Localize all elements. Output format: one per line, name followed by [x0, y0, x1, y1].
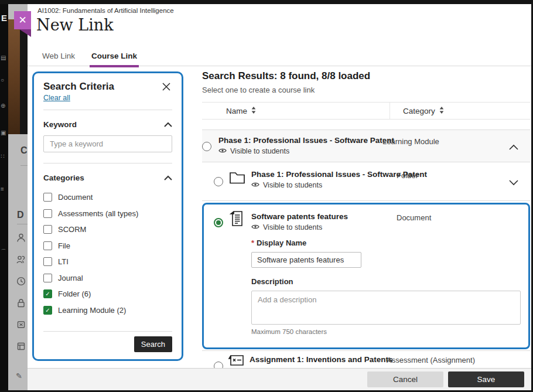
display-name-label: *Display Name: [251, 238, 521, 247]
checkbox-box-checked: ✓: [43, 289, 52, 298]
categories-label: Categories: [43, 173, 84, 182]
document-icon: [229, 210, 244, 229]
checkbox-journal[interactable]: Journal: [43, 270, 172, 287]
radio-selected[interactable]: [214, 218, 223, 227]
sort-icon: [251, 107, 256, 115]
search-criteria-panel: Search Criteria Clear all Keyword Catego…: [32, 71, 183, 361]
keyword-input[interactable]: [43, 135, 172, 152]
sort-icon: [439, 107, 444, 115]
clock-icon: [16, 277, 26, 286]
embed-code-icon: [16, 320, 26, 329]
keyword-label: Keyword: [43, 120, 77, 129]
checkbox-assessments[interactable]: Assessments (all types): [43, 206, 172, 222]
pencil-icon: ✎: [16, 371, 25, 381]
checkbox-lti[interactable]: LTI: [43, 254, 172, 270]
description-label: Description: [251, 277, 521, 286]
row-category: Document: [397, 213, 431, 222]
visibility-text: Visible to students: [263, 223, 322, 231]
chevron-up-icon: [164, 172, 172, 183]
eye-icon: [251, 181, 259, 189]
background-nav-icon: ○: [1, 77, 4, 83]
checkbox-box-checked: ✓: [43, 306, 52, 315]
divider: [43, 163, 172, 163]
visibility-text: Visible to students: [230, 147, 289, 155]
lock-icon: [16, 298, 26, 308]
close-dialog-button[interactable]: ✕: [14, 11, 31, 29]
gradebook-icon: [16, 342, 26, 351]
background-course-banner: [8, 19, 20, 134]
row-name: Software patents features: [251, 212, 348, 221]
checkbox-box: [43, 225, 52, 234]
background-nav-icon: ⊕: [1, 103, 5, 109]
search-button[interactable]: Search: [134, 336, 172, 352]
people-icon: [16, 255, 26, 264]
results-table-header: Name Category: [202, 102, 530, 120]
clear-all-link[interactable]: Clear all: [43, 94, 70, 102]
row-category: Learning Module: [382, 137, 439, 146]
assignment-icon: [228, 354, 244, 369]
background-nav-icon: ▤: [1, 55, 6, 61]
background-nav-icon: ▣: [1, 130, 6, 136]
tab-course-link[interactable]: Course Link: [91, 52, 137, 67]
radio-unselected[interactable]: [214, 177, 223, 186]
link-type-tabs: Web Link Course Link: [42, 52, 137, 67]
close-criteria-icon[interactable]: [162, 82, 172, 93]
background-divider: [20, 165, 28, 166]
result-row-folder[interactable]: Phase 1: Professional Issues - Software …: [202, 162, 530, 201]
category-checkbox-list: Document Assessments (all types) SCORM F…: [43, 189, 172, 318]
result-row-document-selected[interactable]: Software patents features Visible to stu…: [202, 203, 530, 349]
required-marker: *: [251, 238, 254, 247]
row-name: Phase 1: Professional Issues - Software …: [218, 136, 394, 145]
background-nav-icon: ∷: [1, 154, 4, 159]
eye-icon: [251, 223, 259, 231]
background-clipped-heading: C: [20, 145, 28, 156]
visibility-text: Visible to students: [263, 181, 322, 189]
save-button[interactable]: Save: [448, 371, 524, 387]
radio-unselected[interactable]: [202, 142, 211, 151]
background-divider: [17, 224, 28, 224]
tab-web-link[interactable]: Web Link: [42, 52, 75, 67]
dialog-footer: Cancel Save: [28, 368, 531, 390]
background-nav-strip: E ▤ ○ ⊕ ▣ ∷ ≡ ⌒: [0, 0, 8, 392]
checkbox-file[interactable]: File: [43, 238, 172, 254]
checkbox-learning-module[interactable]: ✓ Learning Module (2): [43, 302, 172, 319]
search-criteria-title: Search Criteria: [43, 81, 114, 93]
checkbox-scorm[interactable]: SCORM: [43, 221, 172, 238]
row-category: Assessment (Assignment): [387, 356, 475, 364]
close-icon: ✕: [18, 14, 26, 26]
keyword-section-header[interactable]: Keyword: [43, 119, 172, 129]
max-characters-hint: Maximum 750 characters: [251, 328, 521, 335]
column-divider: [390, 103, 390, 119]
course-link-form: *Display Name Description Maximum 750 ch…: [251, 238, 521, 335]
cancel-button[interactable]: Cancel: [367, 371, 443, 387]
background-page-sliver: C D ✎: [8, 0, 28, 392]
window-frame: [0, 0, 533, 4]
background-nav-icon: ≡: [1, 186, 4, 192]
divider: [43, 110, 172, 110]
column-header-category[interactable]: Category: [403, 107, 444, 115]
chevron-down-icon[interactable]: [509, 177, 518, 186]
page-title: New Link: [36, 16, 114, 34]
checkbox-box: [43, 241, 52, 250]
checkbox-box: [43, 193, 52, 202]
search-results: Search Results: 8 found, 8/8 loaded Sele…: [202, 70, 530, 369]
background-course-banner-dark: [20, 19, 28, 134]
result-row-learning-module[interactable]: Phase 1: Professional Issues - Software …: [202, 129, 530, 162]
folder-icon: [229, 171, 245, 187]
eye-icon: [218, 147, 227, 155]
checkbox-document[interactable]: Document: [43, 189, 172, 206]
display-name-input[interactable]: [251, 252, 361, 268]
chevron-up-icon[interactable]: [509, 142, 518, 151]
chevron-up-icon: [164, 119, 172, 129]
results-subtitle: Select one to create a course link: [202, 86, 530, 94]
categories-section-header[interactable]: Categories: [43, 172, 172, 183]
checkbox-box: [43, 209, 52, 218]
checkbox-box: [43, 274, 52, 282]
column-header-name[interactable]: Name: [226, 107, 256, 115]
row-category: Folder: [397, 171, 418, 180]
result-row-assignment[interactable]: Assignment 1: Inventions and Patents Ass…: [202, 350, 530, 369]
person-icon: [16, 233, 26, 243]
description-textarea[interactable]: [251, 291, 521, 325]
checkbox-box: [43, 257, 52, 266]
checkbox-folder[interactable]: ✓ Folder (6): [43, 286, 172, 302]
